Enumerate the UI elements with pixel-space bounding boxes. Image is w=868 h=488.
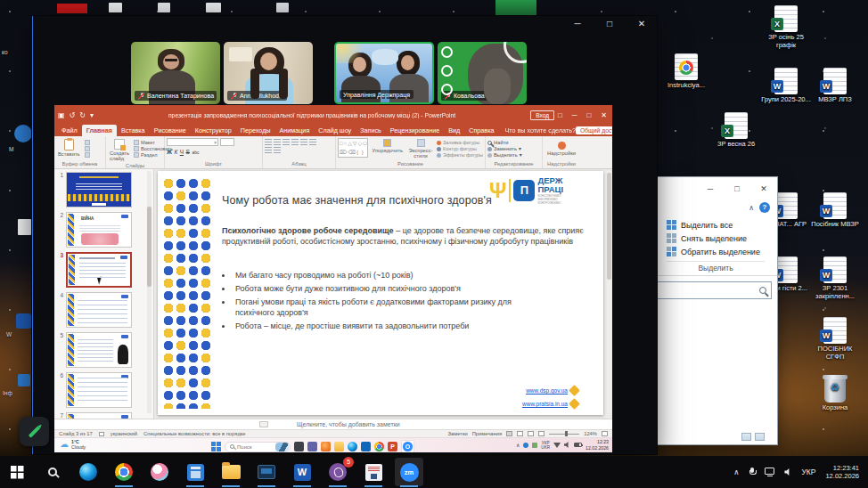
close-icon[interactable]: ✕ [601,111,607,119]
pratsia-link[interactable]: www.pratsia.in.ua [522,401,568,407]
notes-splitter[interactable] [259,421,268,427]
tab-draw[interactable]: Рисование [150,125,191,136]
shape-effects-button[interactable]: Эффекты фигуры [437,152,483,158]
tab-view[interactable]: Вид [444,125,464,136]
desktop-icon-grupy[interactable]: W Групи 2025-20... [761,68,811,104]
maximize-icon[interactable]: □ [724,177,750,200]
select-all-button[interactable]: Выделить все [667,218,777,232]
volume-icon[interactable] [564,442,570,448]
language-indicator[interactable]: УКР [801,468,815,476]
taskbar-paint[interactable] [149,461,170,483]
video-tile-participant-2[interactable]: Anna Hlukhodid [224,42,313,104]
clear-format-button[interactable]: abc [192,150,199,155]
display-settings-icon[interactable] [99,432,104,436]
taskbar-calculator[interactable] [184,461,206,483]
format-painter-icon[interactable] [85,152,90,158]
cut-icon[interactable] [85,140,90,145]
thumbnail-scrollbar[interactable] [147,171,151,413]
clock[interactable]: 12:23:4112.02.2026 [825,464,859,480]
strikethrough-button[interactable]: S [186,149,190,155]
close-icon[interactable]: ✕ [750,177,777,200]
slide-thumbnail-5[interactable]: 5 [54,332,153,368]
taskbar-backup-app[interactable] [363,461,384,483]
slide-thumbnail-1[interactable]: 1 [54,172,153,207]
slide-thumbnail-2[interactable]: 2 ВІЙНА [54,212,153,248]
bullets-icon[interactable] [265,139,272,145]
tab-help[interactable]: Справка [464,125,498,136]
columns-icon[interactable] [274,147,281,153]
accessibility-status[interactable]: Специальные возможности: все в порядке [143,431,246,436]
copy-icon[interactable] [85,146,90,151]
desktop-icon-zr-vesna[interactable]: X ЗР весна 26 [711,112,761,149]
tab-review[interactable]: Рецензирование [386,125,445,136]
qat-customize-icon[interactable]: ▾ [90,111,94,119]
taskbar-viber[interactable]: 5 [327,461,348,483]
numbering-icon[interactable] [274,139,281,145]
start-button[interactable] [6,461,28,483]
shape-fill-button[interactable]: Заливка фигуры [437,140,483,145]
tab-home[interactable]: Главная [82,125,117,136]
sign-in-button[interactable]: Вход [530,110,554,120]
taskbar-edge[interactable] [78,461,99,483]
thumbnail-view-icon[interactable] [755,433,765,441]
clear-selection-button[interactable]: Снять выделение [667,232,777,245]
indent-icon[interactable] [283,139,290,145]
tab-record[interactable]: Запись [356,125,386,136]
bold-button[interactable]: Ж [167,149,172,155]
font-name-select[interactable]: ▾ [167,138,218,146]
tab-design[interactable]: Конструктор [191,125,236,136]
close-icon[interactable]: ✕ [635,19,648,28]
desktop-icon-posibnyk-sgfp[interactable]: W ПОСІБНИК СГФП [810,317,860,361]
taskbar-zoom-active[interactable]: zm [398,461,420,483]
select-button[interactable]: Выделить▾ [487,152,522,158]
invert-selection-button[interactable]: Обратить выделение [667,245,777,258]
maximize-icon[interactable]: □ [586,111,591,119]
slide-thumbnail-7[interactable]: 7 [54,412,153,419]
tab-insert[interactable]: Вставка [117,125,150,136]
tab-animations[interactable]: Анимация [275,125,315,136]
dsp-link[interactable]: www.dsp.gov.ua [526,387,568,394]
save-icon[interactable]: ▣ [58,111,65,119]
desktop-icon-instrukciya[interactable]: Instrukciya... [661,53,711,90]
hidden-icons-chevron[interactable]: ∧ [516,442,520,448]
tell-me-box[interactable]: Что вы хотите сделать? [504,125,575,136]
shapes-gallery[interactable]: □○△▽◇⬭⌦⌫{ }☆ [338,138,368,158]
redo-icon[interactable]: ↻ [79,111,86,119]
shape-outline-button[interactable]: Контур фигуры [437,146,483,151]
help-icon[interactable]: ? [759,202,770,213]
undo-icon[interactable]: ↺ [70,111,76,119]
find-button[interactable]: Найти [487,140,522,145]
taskbar-remote-desktop[interactable] [256,461,277,483]
volume-icon[interactable] [784,468,791,476]
clock[interactable]: 12:2312.02.2026 [585,439,609,451]
underline-button[interactable]: Ч [180,149,184,155]
zoom-slider[interactable] [549,434,579,435]
edge-icon[interactable] [348,442,357,451]
powerpoint-icon[interactable]: P [388,442,397,451]
tab-file[interactable]: Файл [57,125,82,136]
collapse-ribbon-icon[interactable]: ∧ [749,204,754,212]
align-left-icon[interactable] [300,139,307,145]
notes-toggle[interactable]: Заметки [448,431,468,436]
taskview-icon[interactable] [294,442,304,451]
new-slide-button[interactable]: Создать слайд [108,138,131,162]
video-tile-participant-1[interactable]: Валентина Татаринова [131,42,220,104]
comments-toggle[interactable]: Примечания [472,431,502,436]
tab-transitions[interactable]: Переходы [236,125,275,136]
zoom-app-active[interactable] [401,440,414,452]
ribbon-display-options-icon[interactable]: □ [558,111,562,119]
desktop-icon-recycle-bin[interactable]: Корзина [810,378,860,412]
minimize-icon[interactable]: ─ [572,111,577,119]
taskbar-search-box[interactable]: Поиск [225,442,291,452]
microphone-icon[interactable] [749,468,755,476]
annotation-pencil-button[interactable] [20,417,49,446]
ppt-notes-pane[interactable]: Щелкните, чтобы добавить заметки [54,419,612,429]
outlook-icon[interactable] [361,442,371,451]
desktop-icon-mvzr-lpz[interactable]: W МВЗР ЛПЗ [810,68,860,104]
current-slide[interactable]: Чому робота має значення для психічного … [158,171,603,415]
slide-sorter-view-icon[interactable] [517,431,523,436]
language-switcher[interactable]: УКРUKR [541,441,550,450]
slide-thumbnail-3-selected[interactable]: 3 [54,252,153,288]
minimize-icon[interactable]: ─ [571,19,584,28]
hidden-icons-chevron[interactable]: ∧ [733,468,739,476]
